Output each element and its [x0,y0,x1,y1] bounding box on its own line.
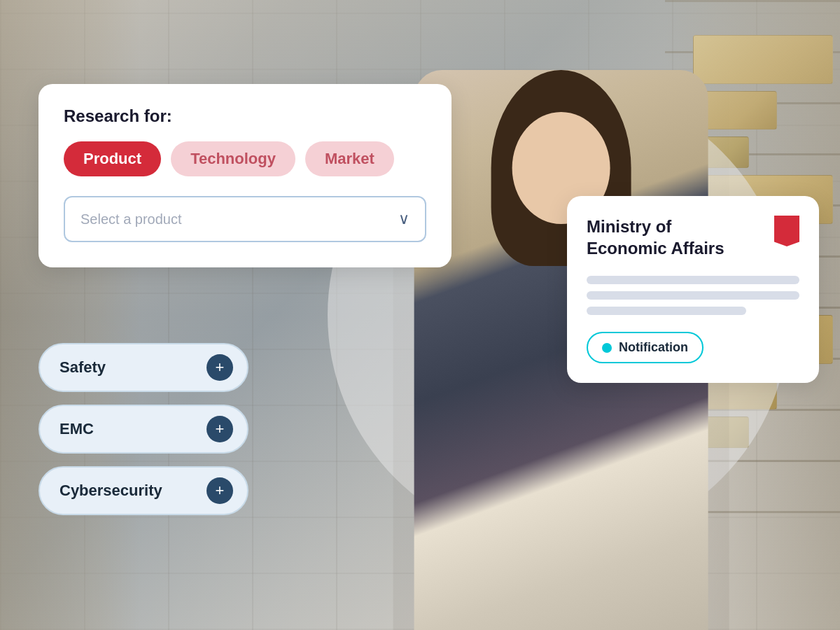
category-item-safety[interactable]: Safety + [38,343,248,392]
add-cybersecurity-button[interactable]: + [206,477,233,504]
research-card: Research for: Product Technology Market … [38,84,451,267]
ministry-card: Ministry ofEconomic Affairs Notification [567,196,819,383]
categories-panel: Safety + EMC + Cybersecurity + [38,343,248,515]
content-line-2 [587,291,799,300]
tab-product[interactable]: Product [64,141,161,176]
tabs-row: Product Technology Market [64,141,426,176]
add-emc-button[interactable]: + [206,416,233,442]
notification-label: Notification [619,340,688,355]
chevron-down-icon: ∨ [398,210,410,228]
ui-overlay: Research for: Product Technology Market … [0,0,840,630]
ministry-title: Ministry ofEconomic Affairs [587,216,724,259]
content-line-1 [587,276,799,284]
bookmark-icon[interactable] [774,216,799,246]
tab-market[interactable]: Market [305,141,394,176]
ministry-header: Ministry ofEconomic Affairs [587,216,799,259]
dropdown-placeholder: Select a product [80,211,182,227]
category-label-emc: EMC [59,420,94,438]
category-item-cybersecurity[interactable]: Cybersecurity + [38,466,248,515]
category-label-safety: Safety [59,358,106,377]
content-lines [587,276,799,315]
content-line-3 [587,307,746,315]
category-label-cybersecurity: Cybersecurity [59,482,162,500]
add-safety-button[interactable]: + [206,354,233,381]
category-item-emc[interactable]: EMC + [38,405,248,454]
research-label: Research for: [64,106,426,126]
tab-technology[interactable]: Technology [171,141,295,176]
notification-badge[interactable]: Notification [587,332,704,363]
product-dropdown[interactable]: Select a product ∨ [64,196,426,242]
notification-dot-icon [602,343,612,353]
